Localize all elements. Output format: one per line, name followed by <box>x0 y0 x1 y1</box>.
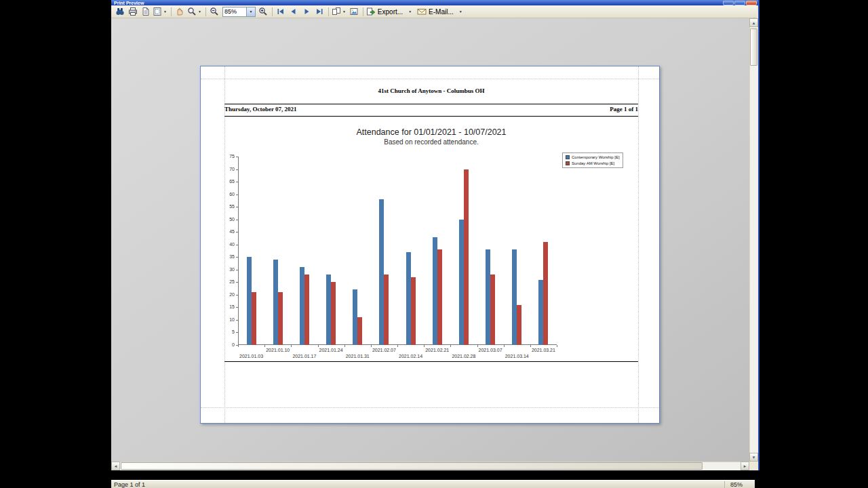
y-tick-label: 60 <box>221 192 235 197</box>
minimize-button[interactable] <box>723 1 734 5</box>
y-tick-label: 65 <box>221 179 235 184</box>
y-tick-label: 20 <box>221 292 235 298</box>
x-tick <box>264 345 265 347</box>
window-controls <box>723 1 757 5</box>
export-icon <box>366 7 376 16</box>
bar-series-2 <box>304 274 309 345</box>
vertical-scroll-thumb[interactable] <box>750 28 757 66</box>
y-tick <box>236 157 238 157</box>
y-tick-label: 30 <box>221 267 235 272</box>
x-tick <box>397 345 398 347</box>
status-page-label: Page 1 of 1 <box>114 481 145 488</box>
hand-tool-button[interactable] <box>174 6 186 18</box>
zoom-in-button[interactable] <box>257 6 270 18</box>
x-tick-label: 2021.02.14 <box>396 354 426 359</box>
print-button[interactable] <box>126 6 139 18</box>
y-tick-label: 55 <box>221 204 235 209</box>
x-tick <box>371 345 372 347</box>
attendance-chart: 0510152025303540455055606570752021.01.03… <box>201 66 659 423</box>
plot-area <box>238 157 557 345</box>
vertical-scrollbar[interactable]: ▲ ▼ <box>749 18 758 462</box>
y-tick-label: 25 <box>221 279 235 285</box>
email-dropdown-button[interactable]: ▼ <box>454 6 467 18</box>
last-page-icon <box>315 7 324 16</box>
horizontal-scroll-thumb[interactable] <box>121 462 703 470</box>
scroll-left-button[interactable]: ◄ <box>111 462 120 470</box>
previous-page-button[interactable] <box>288 6 300 18</box>
bar-series-2 <box>278 292 283 345</box>
bar-series-1 <box>379 199 384 345</box>
y-tick <box>236 195 238 195</box>
titlebar[interactable]: Print Preview <box>111 0 758 5</box>
x-tick <box>504 345 505 347</box>
watermark-button[interactable] <box>348 6 361 18</box>
magnifier-icon <box>187 7 197 16</box>
scroll-right-button[interactable]: ► <box>741 462 749 470</box>
print-preview-window: Print Preview ▼ ▼ <box>111 0 760 470</box>
next-page-button[interactable] <box>300 6 313 18</box>
chart-legend: Contemporary Worship [E]Sunday AM Worshi… <box>562 152 623 168</box>
zoom-out-button[interactable] <box>208 6 221 18</box>
bar-series-2 <box>411 277 416 345</box>
legend-swatch <box>566 155 570 159</box>
toolbar-separator <box>272 7 273 16</box>
last-page-button[interactable] <box>313 6 326 18</box>
bar-series-1 <box>353 289 357 345</box>
x-tick-label: 2021.01.31 <box>342 354 372 359</box>
scroll-down-button[interactable]: ▼ <box>749 453 758 462</box>
email-button[interactable]: E-Mail... <box>416 6 454 18</box>
x-tick-label: 2021.02.07 <box>369 348 399 353</box>
x-tick <box>557 345 557 347</box>
scroll-up-button[interactable]: ▲ <box>749 18 758 27</box>
binoculars-icon <box>115 7 125 16</box>
x-tick <box>238 345 239 347</box>
multiple-pages-button[interactable]: ▼ <box>331 6 348 18</box>
y-tick-label: 35 <box>221 254 235 260</box>
export-button-label: Export... <box>378 8 403 16</box>
close-button[interactable] <box>746 1 757 5</box>
zoom-combo-arrow[interactable]: ▼ <box>247 7 256 17</box>
y-tick <box>236 282 238 283</box>
bar-series-2 <box>252 292 256 345</box>
zoom-combo-value[interactable]: 85% <box>222 7 247 17</box>
first-page-button[interactable] <box>275 6 288 18</box>
y-tick <box>236 220 238 220</box>
page-setup-icon <box>141 7 151 16</box>
bar-series-2 <box>543 242 548 345</box>
y-tick <box>236 332 238 333</box>
next-page-icon <box>302 7 311 16</box>
toolbar-separator <box>328 7 329 16</box>
first-page-icon <box>276 7 285 16</box>
zoom-combo[interactable]: 85% ▼ <box>222 7 256 17</box>
y-tick-label: 40 <box>221 242 235 247</box>
window-title: Print Preview <box>111 0 758 5</box>
page-layout-button[interactable]: ▼ <box>152 6 169 18</box>
x-tick-label: 2021.01.10 <box>263 348 293 353</box>
chevron-down-icon: ▼ <box>458 9 464 14</box>
y-tick <box>236 270 238 270</box>
preview-area[interactable]: 41st Church of Anytown - Columbus OH Thu… <box>111 18 749 462</box>
legend-entry: Contemporary Worship [E] <box>566 155 620 159</box>
bar-series-1 <box>433 237 437 345</box>
multiple-pages-icon <box>332 7 341 16</box>
status-zoom-label: 85% <box>724 481 752 488</box>
maximize-button[interactable] <box>734 1 745 5</box>
y-tick-label: 75 <box>221 154 235 159</box>
export-dropdown-button[interactable]: ▼ <box>403 6 416 18</box>
bar-series-1 <box>273 260 278 345</box>
arrow-left-icon: ◄ <box>114 464 118 468</box>
chevron-down-icon: ▼ <box>341 9 347 14</box>
y-tick <box>236 295 238 296</box>
footer-rule <box>224 361 638 362</box>
zoom-tool-button[interactable]: ▼ <box>186 6 203 18</box>
find-button[interactable] <box>113 6 126 18</box>
horizontal-scrollbar[interactable]: ◄ ► <box>111 462 749 470</box>
export-button[interactable]: Export... <box>366 6 403 18</box>
bar-series-2 <box>517 305 521 345</box>
arrow-right-icon: ► <box>743 464 747 468</box>
x-tick <box>477 345 478 347</box>
page-setup-button[interactable] <box>139 6 152 18</box>
bar-series-1 <box>300 267 304 345</box>
bar-series-1 <box>486 249 490 345</box>
x-tick-label: 2021.03.14 <box>502 354 532 359</box>
